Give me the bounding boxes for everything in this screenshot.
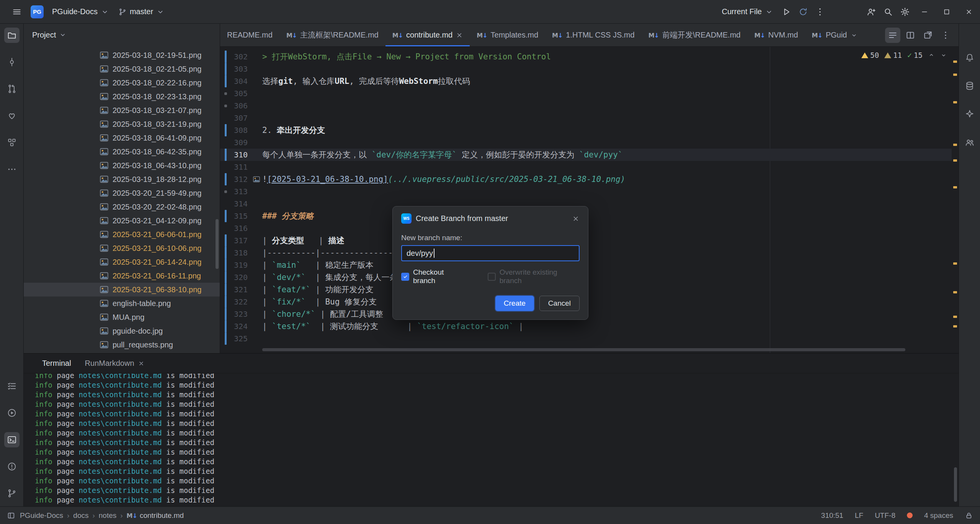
dialog-close-icon[interactable] xyxy=(572,215,580,223)
settings-sync-icon[interactable] xyxy=(795,3,812,20)
inspections-widget[interactable]: 50 11 ✓15 xyxy=(861,51,947,60)
branch-widget[interactable]: master xyxy=(114,3,169,20)
cancel-button[interactable]: Cancel xyxy=(539,296,580,311)
indent-setting[interactable]: 4 spaces xyxy=(924,511,953,520)
structure-toolwindow-icon[interactable] xyxy=(4,135,20,150)
ai-assistant-icon[interactable] xyxy=(962,106,977,122)
editor-tab[interactable]: M↓NVM.md xyxy=(747,24,805,46)
tab-list-icon[interactable] xyxy=(885,28,900,43)
close-tab-icon[interactable] xyxy=(138,360,144,367)
close-window-icon[interactable] xyxy=(958,0,980,24)
problems-toolwindow-icon[interactable] xyxy=(4,459,20,474)
tree-item-file[interactable]: 2025-03-21_06-38-10.png xyxy=(24,283,220,296)
tree-item-file[interactable]: 2025-03-21_06-10-06.png xyxy=(24,241,220,255)
file-encoding[interactable]: UTF-8 xyxy=(875,511,895,520)
horizontal-scrollbar[interactable] xyxy=(262,348,905,351)
terminal-tab[interactable]: Terminal xyxy=(37,354,77,373)
tree-item-file[interactable]: 2025-03-18_02-23-13.png xyxy=(24,90,220,103)
breadcrumb-file[interactable]: M↓contribute.md xyxy=(127,511,184,520)
terminal-toolwindow-icon[interactable] xyxy=(4,432,20,447)
split-editor-icon[interactable] xyxy=(903,28,918,43)
search-everywhere-icon[interactable] xyxy=(880,3,897,20)
terminal-tab[interactable]: RunMarkdown xyxy=(80,354,150,373)
minimize-icon[interactable] xyxy=(913,0,936,24)
settings-gear-icon[interactable] xyxy=(897,3,913,20)
tree-item-file[interactable]: 2025-03-21_06-14-24.png xyxy=(24,255,220,269)
breadcrumb-separator: › xyxy=(67,511,69,520)
project-scrollbar[interactable] xyxy=(216,219,219,269)
todo-toolwindow-icon[interactable] xyxy=(4,378,20,394)
image-file-icon xyxy=(100,340,109,349)
breadcrumb-item[interactable]: notes xyxy=(99,511,116,520)
checkout-branch-checkbox[interactable] xyxy=(401,273,409,281)
editor-gutter: 319 xyxy=(220,259,262,271)
run-icon[interactable] xyxy=(778,3,795,20)
project-panel-header[interactable]: Project xyxy=(24,24,220,46)
tree-item-file[interactable]: 2025-03-18_02-22-16.png xyxy=(24,76,220,90)
editor-tab[interactable]: M↓主流框架\README.md xyxy=(279,24,385,46)
lock-icon[interactable] xyxy=(965,511,973,520)
editor-tab[interactable]: M↓1.HTML CSS JS.md xyxy=(545,24,642,46)
tree-item-file[interactable]: 2025-03-18_06-42-35.png xyxy=(24,145,220,159)
prev-problem-icon[interactable] xyxy=(928,52,935,59)
project-toolwindow-icon[interactable] xyxy=(4,28,20,43)
editor-more-icon[interactable] xyxy=(938,28,953,43)
tree-item-file[interactable]: 2025-03-19_18-28-12.png xyxy=(24,172,220,186)
tree-item-file[interactable]: 2025-03-20_21-59-49.png xyxy=(24,186,220,200)
run-configuration-selector[interactable]: Current File xyxy=(717,3,778,20)
editor[interactable]: 302> 打开WebStorm, 点击File → New → Project … xyxy=(220,47,959,353)
learn-heart-icon[interactable] xyxy=(4,108,20,123)
tree-item-file[interactable]: 2025-03-21_06-06-01.png xyxy=(24,228,220,241)
editor-tab[interactable]: M↓前端开发\README.md xyxy=(642,24,748,46)
services-toolwindow-icon[interactable] xyxy=(4,405,20,421)
breadcrumb-item[interactable]: PGuide-Docs xyxy=(20,511,63,520)
commit-toolwindow-icon[interactable] xyxy=(4,54,20,70)
more-actions-icon[interactable] xyxy=(812,3,828,20)
branch-name-input[interactable]: dev/pyy xyxy=(401,245,580,261)
more-toolwindows-icon[interactable] xyxy=(4,162,20,177)
pull-requests-icon[interactable] xyxy=(4,81,20,97)
collaboration-icon[interactable] xyxy=(962,135,977,150)
left-rail-bottom xyxy=(4,378,20,501)
breadcrumb-item[interactable]: docs xyxy=(73,511,88,520)
tree-item-file[interactable]: 2025-03-18_06-43-10.png xyxy=(24,159,220,172)
editor-tab[interactable]: M↓Templates.md xyxy=(470,24,545,46)
tree-item-file[interactable]: 2025-03-18_02-19-51.png xyxy=(24,48,220,62)
file-name: pull_requests.png xyxy=(113,341,173,349)
line-separator[interactable]: LF xyxy=(855,511,863,520)
next-problem-icon[interactable] xyxy=(940,52,947,59)
maximize-icon[interactable] xyxy=(936,0,958,24)
code-with-me-icon[interactable] xyxy=(863,3,880,20)
editor-tab[interactable]: M↓PGuid xyxy=(805,24,864,46)
tree-item-file[interactable]: 2025-03-18_03-21-07.png xyxy=(24,103,220,117)
tree-item-file[interactable]: 2025-03-21_04-12-09.png xyxy=(24,214,220,228)
plugin-indicator-icon[interactable] xyxy=(907,513,913,518)
terminal-tab-label: Terminal xyxy=(42,359,71,368)
project-switcher[interactable]: PGuide-Docs xyxy=(47,3,114,20)
tree-item-file[interactable]: 2025-03-18_02-21-05.png xyxy=(24,62,220,76)
tree-item-file[interactable]: 2025-03-20_22-02-48.png xyxy=(24,200,220,214)
layout-toggle-icon[interactable] xyxy=(7,511,15,520)
tree-item-file[interactable]: 2025-03-18_06-41-09.png xyxy=(24,131,220,145)
notifications-icon[interactable] xyxy=(962,50,977,65)
caret-position[interactable]: 310:51 xyxy=(821,511,843,520)
tree-item-file[interactable]: pull_requests.png xyxy=(24,338,220,352)
create-button[interactable]: Create xyxy=(495,296,534,311)
tree-item-file[interactable]: 2025-03-18_03-21-19.png xyxy=(24,117,220,131)
terminal-output[interactable]: info page notes\contribute.md is modifie… xyxy=(24,373,959,506)
editor-tab[interactable]: README.md xyxy=(220,24,279,46)
editor-tab[interactable]: M↓contribute.md xyxy=(385,24,470,46)
main-menu-icon[interactable] xyxy=(8,3,25,20)
tree-item-file[interactable]: pguide-doc.jpg xyxy=(24,324,220,338)
chevron-down-icon[interactable] xyxy=(851,32,858,39)
branch-name-label: New branch name: xyxy=(401,234,580,242)
close-tab-icon[interactable] xyxy=(456,32,463,39)
tree-item-file[interactable]: 2025-03-21_06-16-11.png xyxy=(24,269,220,283)
file-name: MUA.png xyxy=(113,313,144,322)
tree-item-file[interactable]: MUA.png xyxy=(24,310,220,324)
version-control-toolwindow-icon[interactable] xyxy=(4,486,20,501)
database-icon[interactable] xyxy=(962,78,977,93)
tree-item-file[interactable]: english-table.png xyxy=(24,296,220,310)
detach-editor-icon[interactable] xyxy=(920,28,936,43)
terminal-scrollbar[interactable] xyxy=(954,467,957,502)
